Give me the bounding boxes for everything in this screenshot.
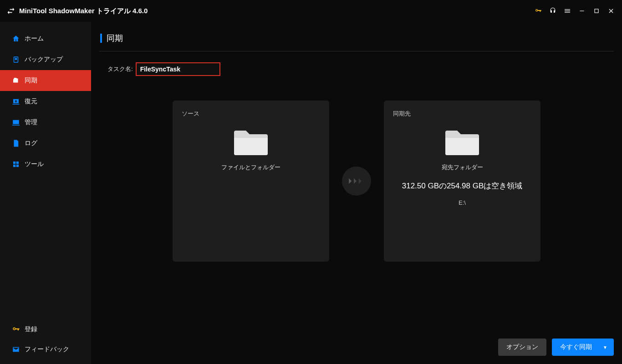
destination-panel-desc: 宛先フォルダー [442, 163, 483, 172]
sync-now-button[interactable]: 今すぐ同期 ▼ [552, 339, 614, 356]
page-title: 同期 [107, 33, 123, 44]
manage-icon [12, 118, 25, 126]
sidebar-item-sync[interactable]: 同期 [0, 70, 91, 91]
minimize-icon[interactable] [576, 5, 588, 17]
tools-icon [12, 160, 25, 168]
sidebar-item-label: ツール [25, 160, 44, 168]
sidebar-item-label: 同期 [25, 76, 37, 85]
sidebar-item-label: 管理 [25, 118, 37, 126]
app-title: MiniTool ShadowMaker トライアル 4.6.0 [19, 7, 148, 15]
page-header: 同期 [99, 30, 614, 51]
bottom-bar: オプション 今すぐ同期 ▼ [498, 339, 614, 356]
sidebar-item-label: 復元 [25, 97, 37, 106]
task-name-label: タスク名: [107, 65, 133, 73]
sidebar-item-label: バックアップ [25, 56, 63, 64]
restore-icon [12, 97, 25, 106]
sidebar-item-tools[interactable]: ツール [4, 154, 87, 175]
task-name-row: タスク名: [107, 62, 614, 76]
sync-now-button-label: 今すぐ同期 [560, 343, 592, 351]
options-button[interactable]: オプション [498, 339, 546, 356]
sidebar-feedback[interactable]: フィードバック [4, 339, 87, 359]
sidebar-feedback-label: フィードバック [25, 345, 69, 354]
title-bar: MiniTool ShadowMaker トライアル 4.6.0 [0, 0, 622, 22]
mail-icon [12, 345, 25, 354]
sidebar: ホーム バックアップ 同期 [0, 22, 91, 364]
source-panel-title: ソース [182, 110, 320, 118]
menu-icon[interactable] [561, 5, 574, 17]
destination-path: E:\ [459, 199, 466, 206]
maximize-icon[interactable] [590, 5, 603, 17]
destination-panel[interactable]: 同期先 宛先フォルダー 312.50 GBの254.98 GBは空き領域 E:\ [384, 101, 540, 262]
sidebar-item-backup[interactable]: バックアップ [4, 49, 87, 70]
support-icon[interactable] [546, 5, 559, 17]
sidebar-item-label: ホーム [25, 35, 44, 43]
sidebar-item-home[interactable]: ホーム [4, 28, 87, 49]
options-button-label: オプション [506, 343, 538, 351]
log-icon [12, 139, 25, 147]
destination-space-info: 312.50 GBの254.98 GBは空き領域 [402, 181, 523, 191]
sidebar-item-manage[interactable]: 管理 [4, 112, 87, 133]
sync-direction-icon [342, 167, 371, 196]
sidebar-item-log[interactable]: ログ [4, 133, 87, 154]
folder-icon [233, 127, 269, 155]
svg-rect-0 [580, 10, 584, 11]
folder-icon [444, 127, 480, 155]
sidebar-register-label: 登録 [25, 325, 37, 334]
close-icon[interactable] [605, 5, 617, 17]
source-panel[interactable]: ソース ファイルとフォルダー [173, 101, 329, 262]
sidebar-item-label: ログ [25, 139, 37, 147]
key-icon [12, 325, 25, 334]
sidebar-item-restore[interactable]: 復元 [4, 91, 87, 112]
svg-rect-1 [595, 9, 598, 13]
content-area: 同期 タスク名: ソース [91, 22, 622, 364]
chevron-down-icon: ▼ [603, 345, 607, 350]
source-panel-desc: ファイルとフォルダー [221, 163, 280, 172]
backup-icon [12, 56, 25, 64]
sidebar-register[interactable]: 登録 [4, 319, 87, 339]
task-name-input[interactable] [136, 62, 220, 76]
license-key-icon[interactable] [532, 5, 545, 17]
app-logo-icon [5, 5, 16, 16]
destination-panel-title: 同期先 [393, 110, 531, 118]
header-accent-bar [100, 34, 102, 43]
home-icon [12, 35, 25, 43]
sync-icon [12, 76, 25, 85]
